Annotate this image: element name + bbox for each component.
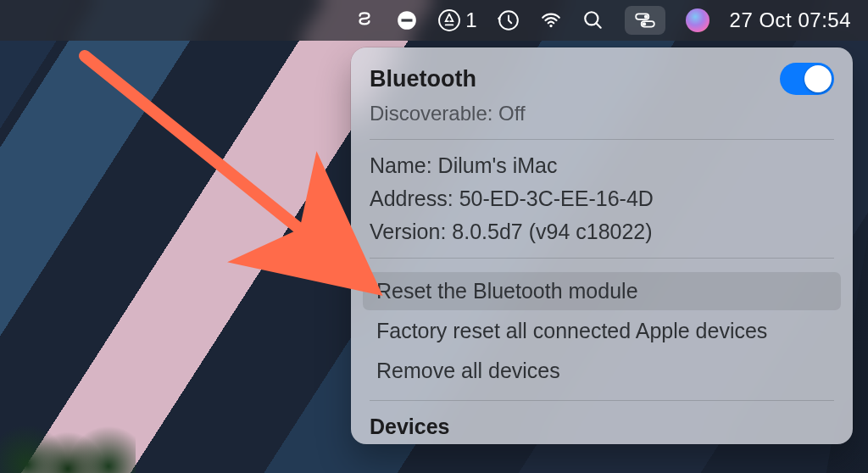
bluetooth-toggle[interactable] xyxy=(780,63,834,95)
wallpaper-foliage xyxy=(0,388,136,473)
spotlight-icon[interactable] xyxy=(582,0,604,41)
reset-bluetooth-module[interactable]: Reset the Bluetooth module xyxy=(363,272,841,310)
svg-point-9 xyxy=(642,22,645,25)
factory-reset-devices[interactable]: Factory reset all connected Apple device… xyxy=(370,312,834,350)
remove-all-devices[interactable]: Remove all devices xyxy=(370,352,834,390)
discoverable-status: Discoverable: Off xyxy=(370,102,834,125)
device-address-row: Address: 50-ED-3C-EE-16-4D xyxy=(370,186,834,211)
dnd-icon[interactable] xyxy=(396,0,418,41)
panel-title: Bluetooth xyxy=(370,66,476,92)
devices-section-title: Devices xyxy=(370,415,834,439)
control-center-icon[interactable] xyxy=(625,6,665,35)
appstore-updates-icon[interactable]: 1 xyxy=(438,0,476,41)
bluetooth-panel: Bluetooth Discoverable: Off Name: Dilum'… xyxy=(351,47,853,444)
wifi-icon[interactable] xyxy=(540,0,562,41)
divider xyxy=(370,400,834,401)
appstore-badge-count: 1 xyxy=(465,8,476,32)
svg-rect-1 xyxy=(402,19,413,21)
menubar-clock[interactable]: 27 Oct 07:54 xyxy=(730,0,851,41)
siri-icon[interactable] xyxy=(686,0,709,41)
device-name-row: Name: Dilum's iMac xyxy=(370,153,834,178)
divider xyxy=(370,258,834,259)
svg-point-7 xyxy=(643,15,647,19)
panel-header: Bluetooth xyxy=(370,63,834,95)
divider xyxy=(370,139,834,140)
device-version-row: Version: 8.0.5d7 (v94 c18022) xyxy=(370,220,834,244)
svg-point-4 xyxy=(549,25,552,27)
timemachine-icon[interactable] xyxy=(498,0,520,41)
shortcut-s-icon[interactable] xyxy=(353,0,376,41)
menu-bar: 1 27 Oct 07:54 xyxy=(0,0,868,41)
